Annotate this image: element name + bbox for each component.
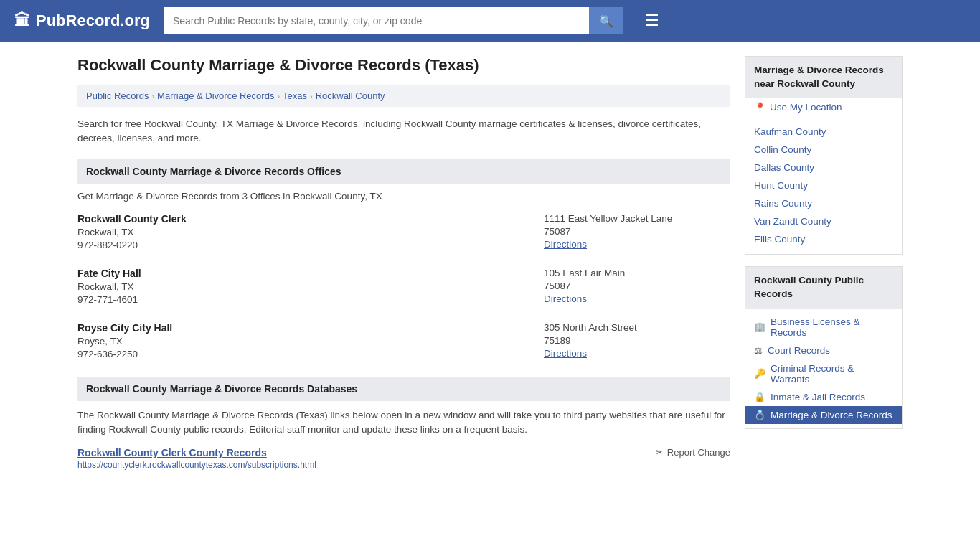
office-left-2: Fate City Hall Rockwall, TX 972-771-4601 [77, 268, 544, 305]
office-left-1: Rockwall County Clerk Rockwall, TX 972-8… [77, 213, 544, 250]
office-address-3: 305 North Arch Street [544, 322, 730, 333]
breadcrumb: Public Records › Marriage & Divorce Reco… [77, 85, 730, 107]
breadcrumb-link-county[interactable]: Rockwall County [316, 90, 385, 101]
database-entry-1: Rockwall County Clerk County Records htt… [77, 447, 730, 470]
report-change-button[interactable]: ✂ Report Change [656, 447, 730, 458]
nearby-county-6[interactable]: Ellis County [745, 230, 902, 248]
office-name-2: Fate City Hall [77, 268, 544, 279]
search-button[interactable]: 🔍 [589, 7, 623, 34]
nearby-county-2[interactable]: Dallas County [745, 159, 902, 176]
office-name-3: Royse City City Hall [77, 322, 544, 334]
site-header: 🏛 PubRecord.org 🔍 ☰ [0, 0, 980, 42]
sidebar: Marriage & Divorce Records near Rockwall… [745, 56, 903, 474]
office-name-1: Rockwall County Clerk [77, 213, 544, 225]
use-location-link[interactable]: 📍 Use My Location [754, 102, 842, 113]
office-entry-3: Royse City City Hall Royse, TX 972-636-2… [77, 322, 730, 362]
office-right-3: 305 North Arch Street 75189 Directions [544, 322, 730, 359]
office-left-3: Royse City City Hall Royse, TX 972-636-2… [77, 322, 544, 359]
office-zip-2: 75087 [544, 281, 730, 291]
office-right-1: 1111 East Yellow Jacket Lane 75087 Direc… [544, 213, 730, 250]
record-icon-3: 🔒 [754, 392, 765, 402]
breadcrumb-link-marriage-records[interactable]: Marriage & Divorce Records [157, 90, 274, 101]
office-right-2: 105 East Fair Main 75087 Directions [544, 268, 730, 305]
nearby-counties-list: Kaufman County Collin County Dallas Coun… [745, 117, 902, 254]
report-change-icon: ✂ [656, 447, 664, 458]
office-city-2: Rockwall, TX [77, 281, 544, 292]
office-entry-1: Rockwall County Clerk Rockwall, TX 972-8… [77, 213, 730, 253]
record-link-4[interactable]: Marriage & Divorce Records [771, 410, 892, 420]
sidebar-nearby-header: Marriage & Divorce Records near Rockwall… [745, 57, 902, 98]
db-url-1: https://countyclerk.rockwallcountytexas.… [77, 460, 316, 470]
record-icon-0: 🏢 [754, 321, 765, 332]
sidebar-records-box: Rockwall County Public Records 🏢 Busines… [745, 266, 903, 429]
offices-intro: Get Marriage & Divorce Records from 3 Of… [77, 191, 730, 202]
search-input[interactable] [164, 7, 589, 34]
databases-desc: The Rockwall County Marriage & Divorce R… [77, 408, 730, 438]
offices-list: Rockwall County Clerk Rockwall, TX 972-8… [77, 213, 730, 362]
breadcrumb-sep-1: › [151, 92, 154, 100]
nearby-county-link-2[interactable]: Dallas County [754, 162, 893, 173]
office-zip-3: 75189 [544, 335, 730, 346]
nearby-county-1[interactable]: Collin County [745, 141, 902, 159]
directions-link-1[interactable]: Directions [544, 239, 587, 250]
location-icon: 📍 [754, 102, 766, 113]
sidebar-records-header: Rockwall County Public Records [745, 267, 902, 309]
record-icon-1: ⚖ [754, 345, 763, 356]
office-phone-2: 972-771-4601 [77, 294, 544, 305]
directions-link-3[interactable]: Directions [544, 348, 587, 359]
nearby-county-4[interactable]: Rains County [745, 194, 902, 212]
record-item-1[interactable]: ⚖ Court Records [745, 342, 902, 359]
use-location-label: Use My Location [770, 102, 842, 113]
record-item-3[interactable]: 🔒 Inmate & Jail Records [745, 388, 902, 406]
office-address-1: 1111 East Yellow Jacket Lane [544, 213, 730, 224]
sidebar-nearby-box: Marriage & Divorce Records near Rockwall… [745, 56, 903, 255]
nearby-county-link-0[interactable]: Kaufman County [754, 126, 893, 137]
nearby-county-link-4[interactable]: Rains County [754, 198, 893, 209]
report-change-label: Report Change [667, 447, 730, 458]
nearby-county-3[interactable]: Hunt County [745, 176, 902, 194]
office-phone-3: 972-636-2250 [77, 349, 544, 359]
db-left-1: Rockwall County Clerk County Records htt… [77, 447, 656, 470]
office-city-1: Rockwall, TX [77, 227, 544, 237]
office-phone-1: 972-882-0220 [77, 240, 544, 250]
menu-button[interactable]: ☰ [645, 11, 659, 30]
breadcrumb-link-public-records[interactable]: Public Records [86, 90, 149, 101]
nearby-county-5[interactable]: Van Zandt County [745, 212, 902, 230]
record-item-2[interactable]: 🔑 Criminal Records & Warrants [745, 359, 902, 388]
nearby-county-0[interactable]: Kaufman County [745, 123, 902, 141]
record-icon-4: 💍 [754, 410, 765, 420]
logo-icon: 🏛 [14, 11, 30, 30]
page-description: Search for free Rockwall County, TX Marr… [77, 117, 730, 146]
nearby-county-link-1[interactable]: Collin County [754, 144, 893, 155]
nearby-county-link-5[interactable]: Van Zandt County [754, 216, 893, 227]
record-link-2[interactable]: Criminal Records & Warrants [771, 363, 893, 385]
directions-link-2[interactable]: Directions [544, 293, 587, 304]
record-icon-2: 🔑 [754, 368, 765, 379]
page-title: Rockwall County Marriage & Divorce Recor… [77, 56, 730, 75]
databases-section-header: Rockwall County Marriage & Divorce Recor… [77, 377, 730, 401]
record-link-0[interactable]: Business Licenses & Records [771, 316, 893, 338]
public-records-list: 🏢 Business Licenses & Records ⚖ Court Re… [745, 309, 902, 428]
offices-section-header: Rockwall County Marriage & Divorce Recor… [77, 159, 730, 184]
breadcrumb-link-texas[interactable]: Texas [283, 90, 307, 101]
record-link-3[interactable]: Inmate & Jail Records [771, 392, 865, 402]
nearby-county-link-6[interactable]: Ellis County [754, 234, 893, 245]
logo-text: PubRecord.org [36, 11, 150, 30]
office-entry-2: Fate City Hall Rockwall, TX 972-771-4601… [77, 268, 730, 308]
page-layout: Rockwall County Marriage & Divorce Recor… [67, 42, 913, 489]
record-item-4[interactable]: 💍 Marriage & Divorce Records [745, 406, 902, 424]
site-logo[interactable]: 🏛 PubRecord.org [14, 11, 150, 30]
office-zip-1: 75087 [544, 226, 730, 237]
breadcrumb-sep-2: › [277, 92, 280, 100]
search-area: 🔍 [164, 7, 623, 34]
record-item-0[interactable]: 🏢 Business Licenses & Records [745, 313, 902, 342]
office-address-2: 105 East Fair Main [544, 268, 730, 278]
office-city-3: Royse, TX [77, 336, 544, 347]
databases-section: Rockwall County Marriage & Divorce Recor… [77, 377, 730, 471]
db-link-1[interactable]: Rockwall County Clerk County Records [77, 447, 267, 458]
breadcrumb-sep-3: › [310, 92, 313, 100]
main-content: Rockwall County Marriage & Divorce Recor… [77, 56, 730, 474]
nearby-county-link-3[interactable]: Hunt County [754, 180, 893, 191]
record-link-1[interactable]: Court Records [768, 345, 830, 356]
use-location-item[interactable]: 📍 Use My Location [745, 98, 902, 117]
